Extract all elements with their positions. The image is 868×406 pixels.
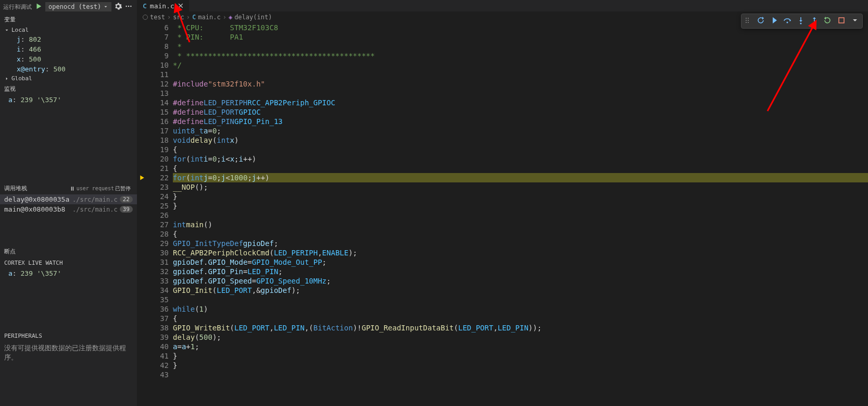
step-over-icon <box>783 16 791 24</box>
variables-section-title[interactable]: 变量 <box>0 14 137 26</box>
glyph-cell <box>137 51 147 60</box>
more-button[interactable] <box>125 3 132 11</box>
svg-point-2 <box>130 5 131 6</box>
cortex-section-title[interactable]: CORTEX LIVE WATCH <box>0 257 137 268</box>
code-line[interactable] <box>173 211 868 220</box>
variable-item[interactable]: i: 466 <box>0 44 137 54</box>
line-number: 12 <box>147 79 169 89</box>
restart-button[interactable] <box>823 15 833 27</box>
line-number: 20 <box>147 154 169 164</box>
glyph-cell <box>137 257 147 267</box>
code-line[interactable]: gpioDef.GPIO_Speed = GPIO_Speed_10MHz; <box>173 276 868 286</box>
variable-item[interactable]: x: 500 <box>0 54 137 64</box>
code-line[interactable]: #define LED_PERIPH RCC_APB2Periph_GPIOC <box>173 98 868 107</box>
step-over-button[interactable] <box>782 15 792 27</box>
watch-section-title[interactable]: 监视 <box>0 83 137 95</box>
code-line[interactable]: for (int i = 0; i < x; i++) <box>173 154 868 164</box>
line-number: 39 <box>147 333 169 342</box>
global-scope-header[interactable]: Global <box>0 74 137 83</box>
code-line[interactable]: #define LED_PORT GPIOC <box>173 107 868 117</box>
glyph-cell <box>137 239 147 248</box>
code-line[interactable]: a=a+1; <box>173 342 868 351</box>
crumb-symbol[interactable]: delay(int) <box>234 14 272 21</box>
reset-button[interactable] <box>755 15 765 27</box>
line-number: 30 <box>147 248 169 257</box>
gutter: 6789101112131415161718192021222324252627… <box>147 23 173 406</box>
step-into-button[interactable] <box>796 15 806 27</box>
code-line[interactable]: } <box>173 201 868 211</box>
code-line[interactable]: } <box>173 192 868 201</box>
code-line[interactable]: RCC_APB2PeriphClockCmd(LED_PERIPH, ENABL… <box>173 248 868 257</box>
local-scope-header[interactable]: Local <box>0 26 137 34</box>
code-line[interactable]: uint8_t a=0; <box>173 126 868 136</box>
step-out-button[interactable] <box>809 15 820 27</box>
execution-pointer-icon <box>139 175 145 181</box>
glyph-cell <box>137 295 147 304</box>
close-icon[interactable] <box>178 3 184 9</box>
code-line[interactable]: gpioDef.GPIO_Pin = LED_PIN; <box>173 267 868 276</box>
code-line[interactable]: * <box>173 42 868 51</box>
code-line[interactable]: { <box>173 229 868 239</box>
line-number: 15 <box>147 107 169 117</box>
code-line[interactable]: { <box>173 164 868 173</box>
peripherals-section-title[interactable]: PERIPHERALS <box>0 330 137 341</box>
line-number: 18 <box>147 136 169 145</box>
crumb-sep: › <box>186 14 190 21</box>
code-line[interactable]: void delay(int x) <box>173 136 868 145</box>
line-number: 14 <box>147 98 169 107</box>
callstack-frame[interactable]: main@0x080003b8./src/main.c39 <box>0 204 137 214</box>
code-line[interactable]: for (int j = 0; j < 1000; j++) <box>173 173 868 182</box>
glyph-cell <box>137 70 147 79</box>
code-line[interactable]: { <box>173 314 868 323</box>
code-line[interactable] <box>173 370 868 379</box>
variable-item[interactable]: j: 802 <box>0 34 137 44</box>
breakpoints-section-title[interactable]: 断点 <box>0 245 137 257</box>
code-line[interactable]: __NOP(); <box>173 182 868 192</box>
code-line[interactable]: #define LED_PIN GPIO_Pin_13 <box>173 117 868 126</box>
svg-point-0 <box>126 5 127 6</box>
tab-main-c[interactable]: C main.c <box>137 0 190 11</box>
code-line[interactable]: } <box>173 351 868 361</box>
crumb-src[interactable]: src <box>173 14 184 21</box>
callstack-section-title[interactable]: 调用堆栈 user request 已暂停 <box>0 182 137 194</box>
pause-icon <box>69 186 76 192</box>
start-debug-button[interactable] <box>35 3 42 11</box>
editor[interactable]: 6789101112131415161718192021222324252627… <box>137 23 868 406</box>
chevron-right-icon <box>4 76 9 81</box>
grip-icon[interactable] <box>744 16 752 26</box>
code-line[interactable]: */ <box>173 60 868 70</box>
svg-point-6 <box>748 18 749 19</box>
code-line[interactable] <box>173 89 868 98</box>
code-line[interactable]: { <box>173 145 868 154</box>
variable-item[interactable]: x@entry: 500 <box>0 64 137 74</box>
code-line[interactable]: * **************************************… <box>173 51 868 60</box>
code-line[interactable]: gpioDef.GPIO_Mode = GPIO_Mode_Out_PP; <box>173 257 868 267</box>
code-area[interactable]: * CPU: STM32F103C8 * PIN: PA1 * * ******… <box>173 23 868 406</box>
cortex-watch-item[interactable]: a: 239 '\357' <box>0 268 137 278</box>
svg-point-4 <box>746 20 747 21</box>
code-line[interactable] <box>173 295 868 304</box>
watch-item[interactable]: a: 239 '\357' <box>0 95 137 105</box>
debug-config-select[interactable]: openocd (test) <box>45 2 111 11</box>
code-line[interactable]: } <box>173 361 868 370</box>
code-line[interactable]: int main() <box>173 220 868 229</box>
crumb-test[interactable]: test <box>150 14 165 21</box>
code-line[interactable]: GPIO_InitTypeDef gpioDef; <box>173 239 868 248</box>
stop-button[interactable] <box>836 15 847 27</box>
code-line[interactable]: * PIN: PA1 <box>173 32 868 42</box>
callstack-frame[interactable]: delay@0x0800035a./src/main.c22 <box>0 194 137 204</box>
code-line[interactable]: delay(500); <box>173 333 868 342</box>
continue-button[interactable] <box>769 15 779 27</box>
code-line[interactable]: GPIO_Init(LED_PORT, &gpioDef); <box>173 286 868 295</box>
line-number: 17 <box>147 126 169 136</box>
code-line[interactable] <box>173 70 868 79</box>
crumb-file[interactable]: main.c <box>198 14 220 21</box>
tab-label: main.c <box>150 2 174 10</box>
line-number: 25 <box>147 201 169 211</box>
toolbar-dropdown[interactable] <box>850 15 860 27</box>
gear-button[interactable] <box>115 3 122 11</box>
line-number: 38 <box>147 323 169 333</box>
code-line[interactable]: while (1) <box>173 304 868 314</box>
code-line[interactable]: #include "stm32f10x.h" <box>173 79 868 89</box>
code-line[interactable]: GPIO_WriteBit(LED_PORT, LED_PIN, (BitAct… <box>173 323 868 333</box>
